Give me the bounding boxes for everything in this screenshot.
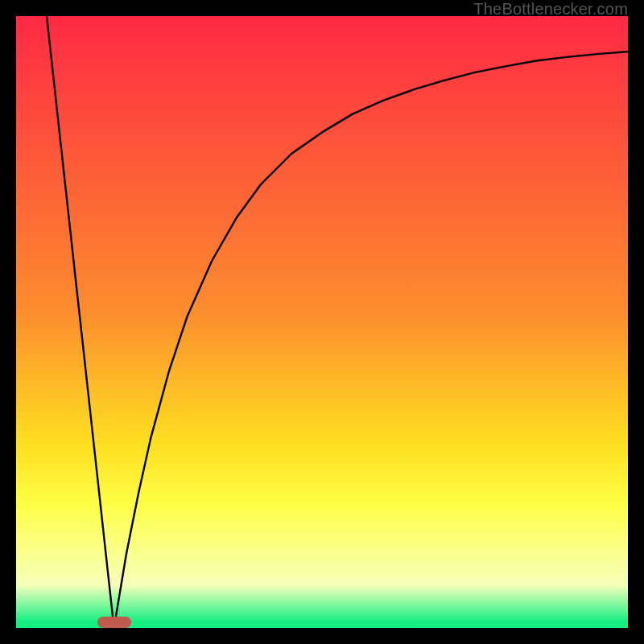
series-right-ascent	[114, 52, 628, 628]
minimum-marker	[97, 617, 131, 628]
series-left-descent	[47, 16, 114, 628]
curve-layer	[16, 16, 628, 628]
watermark-text: TheBottlenecker.com	[473, 0, 628, 19]
chart-frame: TheBottlenecker.com	[0, 0, 644, 644]
plot-area	[16, 16, 628, 628]
